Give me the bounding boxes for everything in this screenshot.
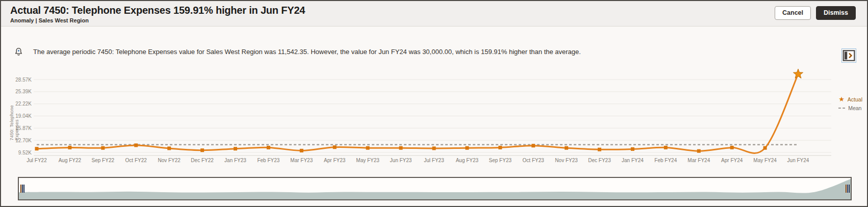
header-text: Actual 7450: Telephone Expenses 159.91% … xyxy=(10,5,305,23)
anomaly-line-chart: 7450: Telephone Expenses 28.57K25.39K22.… xyxy=(1,61,868,165)
dismiss-button[interactable]: Dismiss xyxy=(816,6,856,20)
svg-text:May FY24: May FY24 xyxy=(753,158,777,163)
line-chart-plot[interactable]: 28.57K25.39K22.22K19.04K15.87K12.70K9.52… xyxy=(1,61,868,165)
cancel-button[interactable]: Cancel xyxy=(775,6,811,20)
anomaly-detail-window: Actual 7450: Telephone Expenses 159.91% … xyxy=(0,0,868,207)
svg-text:Sep FY23: Sep FY23 xyxy=(489,158,512,163)
scroller-right-handle[interactable] xyxy=(846,185,850,193)
svg-text:Dec FY22: Dec FY22 xyxy=(191,158,214,163)
svg-text:Jun FY24: Jun FY24 xyxy=(787,158,809,163)
svg-text:15.87K: 15.87K xyxy=(15,125,32,131)
svg-text:Feb FY23: Feb FY23 xyxy=(257,158,279,163)
svg-text:22.22K: 22.22K xyxy=(15,101,32,107)
chart-legend: ★ Actual Mean xyxy=(838,95,862,112)
svg-text:May FY23: May FY23 xyxy=(356,158,379,163)
legend-actual-label: Actual xyxy=(848,96,862,102)
legend-item-mean[interactable]: Mean xyxy=(838,104,862,112)
svg-text:Feb FY24: Feb FY24 xyxy=(654,158,677,163)
svg-text:Nov FY23: Nov FY23 xyxy=(555,158,578,163)
svg-text:Apr FY23: Apr FY23 xyxy=(324,158,346,163)
svg-text:9.52K: 9.52K xyxy=(18,150,32,156)
page-title: Actual 7450: Telephone Expenses 159.91% … xyxy=(10,5,305,16)
svg-text:Aug FY22: Aug FY22 xyxy=(59,158,82,163)
expand-panel-button[interactable] xyxy=(842,49,856,62)
svg-text:Aug FY23: Aug FY23 xyxy=(456,158,479,163)
legend-item-actual[interactable]: ★ Actual xyxy=(838,95,862,104)
overview-area-chart xyxy=(19,178,851,199)
svg-text:12.70K: 12.70K xyxy=(15,138,32,143)
svg-text:Jul FY22: Jul FY22 xyxy=(27,158,47,163)
svg-text:Jan FY23: Jan FY23 xyxy=(224,158,246,163)
insight-text: The average periodic 7450: Telephone Exp… xyxy=(33,48,581,56)
expand-panel-icon xyxy=(842,49,856,62)
svg-text:Jul FY23: Jul FY23 xyxy=(424,158,444,163)
svg-text:Mar FY24: Mar FY24 xyxy=(687,158,710,163)
time-axis-scroller[interactable] xyxy=(18,177,852,200)
scroller-left-handle[interactable] xyxy=(20,185,24,193)
svg-text:Sep FY22: Sep FY22 xyxy=(92,158,115,163)
svg-text:Oct FY22: Oct FY22 xyxy=(125,158,147,163)
svg-text:Mar FY23: Mar FY23 xyxy=(290,158,313,163)
mean-series-marker-icon xyxy=(838,108,845,109)
svg-text:Nov FY22: Nov FY22 xyxy=(158,158,181,163)
svg-text:Apr FY24: Apr FY24 xyxy=(721,158,743,163)
insight-row: The average periodic 7450: Telephone Exp… xyxy=(14,48,581,56)
svg-text:Jun FY23: Jun FY23 xyxy=(390,158,412,163)
insight-bell-icon xyxy=(14,47,23,56)
svg-text:28.57K: 28.57K xyxy=(15,77,32,83)
svg-text:25.39K: 25.39K xyxy=(15,89,32,94)
legend-mean-label: Mean xyxy=(848,105,861,111)
svg-text:Oct FY23: Oct FY23 xyxy=(523,158,545,163)
svg-text:19.04K: 19.04K xyxy=(15,113,32,119)
header: Actual 7450: Telephone Expenses 159.91% … xyxy=(1,1,867,27)
svg-text:Dec FY23: Dec FY23 xyxy=(588,158,611,163)
breadcrumb: Anomaly | Sales West Region xyxy=(10,17,305,23)
header-actions: Cancel Dismiss xyxy=(775,5,856,20)
actual-series-marker-icon: ★ xyxy=(838,96,845,102)
svg-text:Jan FY24: Jan FY24 xyxy=(622,158,644,163)
